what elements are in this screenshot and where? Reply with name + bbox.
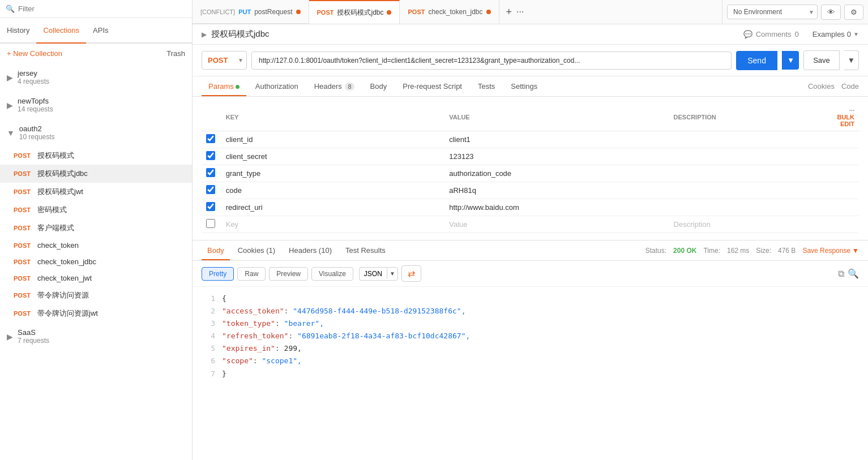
collection-oauth2[interactable]: ▼ oauth2 10 requests <box>0 119 192 147</box>
search-icon: 🔍 <box>6 5 15 13</box>
tab-headers[interactable]: Headers 8 <box>307 76 361 96</box>
row-checkbox-cell[interactable] <box>202 165 221 182</box>
sidebar-tab-history[interactable]: History <box>0 18 36 42</box>
tab-body[interactable]: Body <box>364 76 394 96</box>
code-link[interactable]: Code <box>841 82 859 91</box>
request-item-active[interactable]: POST 授权码模式jdbc <box>0 165 192 183</box>
row-checkbox-cell[interactable] <box>202 131 221 148</box>
env-eye-button[interactable]: 👁 <box>821 5 841 20</box>
row-checkbox-cell[interactable] <box>202 216 221 233</box>
collection-count: 4 requests <box>18 78 49 85</box>
more-dots-icon[interactable]: ··· <box>849 107 854 114</box>
tab-name: postRequest <box>254 8 292 16</box>
save-dropdown-button[interactable]: ▼ <box>844 50 859 70</box>
tab-label: Settings <box>511 82 537 91</box>
main-panel: [CONFLICT] PUT postRequest POST 授权码模式jdb… <box>193 0 868 460</box>
tab-conflict-put[interactable]: [CONFLICT] PUT postRequest <box>193 0 309 24</box>
row-checkbox-cell[interactable] <box>202 148 221 165</box>
raw-button[interactable]: Raw <box>237 267 266 281</box>
json-brace: } <box>222 369 226 378</box>
json-colon: : <box>275 344 284 352</box>
new-tab-button[interactable]: + <box>506 6 512 18</box>
request-item[interactable]: POST 授权码模式jwt <box>0 183 192 201</box>
tab-label: Body <box>207 246 224 255</box>
param-key-placeholder[interactable]: Key <box>221 216 445 233</box>
request-item[interactable]: POST check_token_jwt <box>0 270 192 286</box>
env-gear-button[interactable]: ⚙ <box>844 5 863 20</box>
time-label-prefix: Time: <box>703 247 720 255</box>
collection-newtopfs[interactable]: ▶ newTopfs 14 requests <box>0 91 192 119</box>
method-select[interactable]: POST GET PUT DELETE PATCH <box>202 51 247 70</box>
more-tabs-button[interactable]: ··· <box>516 7 524 17</box>
collection-jersey[interactable]: ▶ jersey 4 requests <box>0 63 192 91</box>
tab-settings[interactable]: Settings <box>504 76 544 96</box>
save-button[interactable]: Save <box>803 50 840 70</box>
send-button[interactable]: Send <box>736 51 777 70</box>
preview-button[interactable]: Preview <box>269 267 308 281</box>
response-tab-body[interactable]: Body <box>202 240 230 260</box>
param-checkbox[interactable] <box>206 151 215 160</box>
pretty-button[interactable]: Pretty <box>202 267 234 281</box>
row-checkbox-cell[interactable] <box>202 182 221 199</box>
param-checkbox[interactable] <box>206 202 215 211</box>
request-item[interactable]: POST check_token_jdbc <box>0 253 192 270</box>
new-collection-button[interactable]: + New Collection <box>7 49 62 58</box>
visualize-button[interactable]: Visualize <box>311 267 353 281</box>
collection-name: oauth2 <box>19 124 55 133</box>
copy-button[interactable]: ⧉ <box>838 269 844 279</box>
cookies-link[interactable]: Cookies <box>808 82 835 91</box>
tab-params[interactable]: Params <box>202 76 246 96</box>
search-input[interactable] <box>18 5 186 13</box>
request-item[interactable]: POST 授权码模式 <box>0 147 192 165</box>
expand-icon[interactable]: ▶ <box>202 31 207 38</box>
tab-label: Cookies (1) <box>238 246 275 255</box>
row-checkbox-cell[interactable] <box>202 199 221 216</box>
tab-tests[interactable]: Tests <box>471 76 502 96</box>
url-input[interactable] <box>251 51 732 70</box>
search-button[interactable]: 🔍 <box>848 268 859 279</box>
request-item[interactable]: POST 密码模式 <box>0 201 192 219</box>
param-row-actions <box>829 182 859 199</box>
param-description-placeholder[interactable]: Description <box>669 216 829 233</box>
send-dropdown-button[interactable]: ▼ <box>782 51 799 70</box>
param-checkbox[interactable] <box>206 134 215 143</box>
param-value-placeholder[interactable]: Value <box>444 216 669 233</box>
json-line: 7} <box>202 368 859 380</box>
save-response-button[interactable]: Save Response ▼ <box>802 247 859 255</box>
sidebar-search-bar[interactable]: 🔍 <box>0 0 192 18</box>
response-tab-headers[interactable]: Headers (10) <box>283 240 337 260</box>
line-number: 4 <box>202 330 215 342</box>
response-area: Body Cookies (1) Headers (10) Test Resul… <box>193 240 868 460</box>
param-checkbox[interactable] <box>206 168 215 177</box>
wrap-button[interactable]: ⇄ <box>401 265 421 282</box>
request-item[interactable]: POST 带令牌访问资源 <box>0 286 192 304</box>
sidebar-tab-apis[interactable]: APIs <box>86 18 115 42</box>
tab-actions: + ··· <box>502 0 529 24</box>
param-key: grant_type <box>221 165 445 182</box>
bulk-edit-button[interactable]: Bulk Edit <box>837 114 854 127</box>
tab-authorization[interactable]: Authorization <box>249 76 305 96</box>
collection-saas[interactable]: ▶ SaaS 7 requests <box>0 323 192 350</box>
tab-label: Headers (10) <box>289 246 332 255</box>
param-key: client_secret <box>221 148 445 165</box>
sidebar-tab-collections[interactable]: Collections <box>36 18 86 42</box>
examples-count: 0 <box>847 30 851 38</box>
param-checkbox[interactable] <box>206 185 215 194</box>
trash-button[interactable]: Trash <box>166 49 185 58</box>
json-string-value: "4476d958-f444-449e-b518-d29152388f6c", <box>293 307 465 315</box>
param-checkbox[interactable] <box>206 219 215 228</box>
tab-check-token-jdbc[interactable]: POST check_token_jdbc <box>400 0 499 24</box>
response-tab-test-results[interactable]: Test Results <box>340 240 391 260</box>
json-dropdown-button[interactable]: ▼ <box>387 268 397 279</box>
request-item[interactable]: POST 带令牌访问资源jwt <box>0 304 192 323</box>
env-select[interactable]: No Environment <box>727 5 818 19</box>
json-key: "access_token" <box>222 307 284 315</box>
param-row-actions <box>829 199 859 216</box>
json-number-value: 299, <box>284 344 302 352</box>
tab-pre-request-script[interactable]: Pre-request Script <box>396 76 469 96</box>
tab-label: Params <box>208 82 234 91</box>
tab-post-jdbc[interactable]: POST 授权码模式jdbc <box>309 0 400 24</box>
request-item[interactable]: POST check_token <box>0 237 192 253</box>
response-tab-cookies[interactable]: Cookies (1) <box>232 240 281 260</box>
request-item[interactable]: POST 客户端模式 <box>0 219 192 237</box>
